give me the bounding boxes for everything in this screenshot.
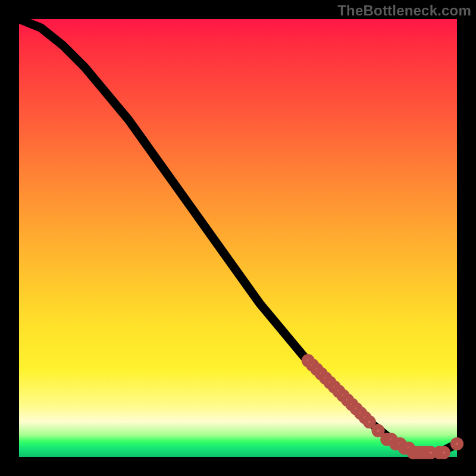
- chart-svg: [19, 19, 457, 457]
- watermark-text: TheBottleneck.com: [337, 2, 471, 19]
- line-series: [19, 19, 457, 453]
- marker-point: [453, 440, 461, 447]
- chart-stage: TheBottleneck.com: [0, 0, 476, 476]
- marker-point: [440, 449, 447, 456]
- marker-group: [304, 356, 461, 456]
- marker-point: [374, 427, 382, 434]
- marker-point: [365, 418, 373, 425]
- plot-area: [19, 19, 457, 457]
